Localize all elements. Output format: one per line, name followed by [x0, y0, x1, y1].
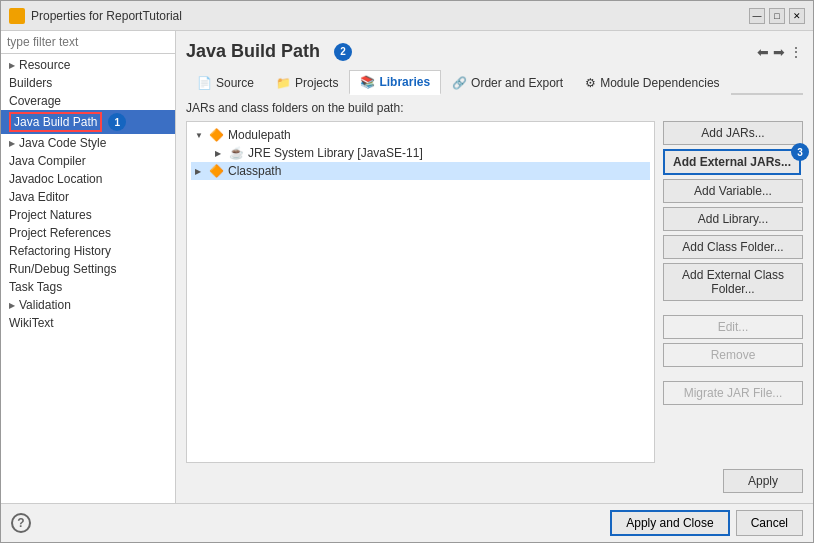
tab-source-label: Source	[216, 76, 254, 90]
tree-container[interactable]: ▼ 🔶 Modulepath ▶ ☕ JRE System Library [J…	[186, 121, 655, 463]
order-export-tab-icon: 🔗	[452, 76, 467, 90]
tree-item-modulepath[interactable]: ▼ 🔶 Modulepath	[191, 126, 650, 144]
sidebar-item-java-code-style[interactable]: Java Code Style	[1, 134, 175, 152]
add-jars-button[interactable]: Add JARs...	[663, 121, 803, 145]
sidebar-item-task-tags[interactable]: Task Tags	[1, 278, 175, 296]
migrate-jar-file-button[interactable]: Migrate JAR File...	[663, 381, 803, 405]
add-external-class-folder-button[interactable]: Add External Class Folder...	[663, 263, 803, 301]
tab-module-dependencies-label: Module Dependencies	[600, 76, 719, 90]
jars-label: JARs and class folders on the build path…	[186, 101, 803, 115]
nav-list: Resource Builders Coverage Java Build Pa…	[1, 54, 175, 503]
tree-item-jre[interactable]: ▶ ☕ JRE System Library [JavaSE-11]	[211, 144, 650, 162]
sidebar-item-run-debug-settings[interactable]: Run/Debug Settings	[1, 260, 175, 278]
modulepath-icon: 🔶	[209, 128, 224, 142]
tabs-bar: 📄 Source 📁 Projects 📚 Libraries 🔗 Order …	[186, 70, 803, 95]
tab-module-dependencies[interactable]: ⚙ Module Dependencies	[574, 70, 730, 95]
jre-label: JRE System Library [JavaSE-11]	[248, 146, 423, 160]
sidebar-item-java-compiler[interactable]: Java Compiler	[1, 152, 175, 170]
properties-window: Properties for ReportTutorial — □ ✕ Reso…	[0, 0, 814, 543]
step-badge-1: 1	[108, 113, 126, 131]
panel-title: Java Build Path	[186, 41, 320, 62]
tree-item-classpath[interactable]: ▶ 🔶 Classpath	[191, 162, 650, 180]
build-path-area: ▼ 🔶 Modulepath ▶ ☕ JRE System Library [J…	[186, 121, 803, 463]
java-build-path-label: Java Build Path	[9, 112, 102, 132]
sidebar: Resource Builders Coverage Java Build Pa…	[1, 31, 176, 503]
panel-header: Java Build Path 2 ⬅ ➡ ⋮	[186, 41, 803, 62]
main-content: Resource Builders Coverage Java Build Pa…	[1, 31, 813, 503]
sidebar-item-java-editor[interactable]: Java Editor	[1, 188, 175, 206]
bottom-bar: ? Apply and Close Cancel	[1, 503, 813, 542]
help-button[interactable]: ?	[11, 513, 31, 533]
bottom-right-buttons: Apply and Close Cancel	[610, 510, 803, 536]
tab-libraries[interactable]: 📚 Libraries	[349, 70, 441, 95]
sidebar-item-resource[interactable]: Resource	[1, 56, 175, 74]
jre-expand-icon: ▶	[215, 149, 225, 158]
back-button[interactable]: ⬅	[757, 44, 769, 60]
step-badge-3: 3	[791, 143, 809, 161]
sidebar-item-refactoring-history[interactable]: Refactoring History	[1, 242, 175, 260]
add-library-button[interactable]: Add Library...	[663, 207, 803, 231]
tab-order-export[interactable]: 🔗 Order and Export	[441, 70, 574, 95]
window-title: Properties for ReportTutorial	[31, 9, 749, 23]
close-button[interactable]: ✕	[789, 8, 805, 24]
forward-button[interactable]: ➡	[773, 44, 785, 60]
menu-button[interactable]: ⋮	[789, 44, 803, 60]
projects-tab-icon: 📁	[276, 76, 291, 90]
buttons-panel: Add JARs... Add External JARs... 3 Add V…	[663, 121, 803, 463]
add-variable-button[interactable]: Add Variable...	[663, 179, 803, 203]
source-tab-icon: 📄	[197, 76, 212, 90]
remove-button[interactable]: Remove	[663, 343, 803, 367]
minimize-button[interactable]: —	[749, 8, 765, 24]
jre-icon: ☕	[229, 146, 244, 160]
add-external-jars-button[interactable]: Add External JARs...	[663, 149, 801, 175]
apply-button[interactable]: Apply	[723, 469, 803, 493]
tab-order-export-label: Order and Export	[471, 76, 563, 90]
step-badge-2: 2	[334, 43, 352, 61]
window-controls: — □ ✕	[749, 8, 805, 24]
add-class-folder-button[interactable]: Add Class Folder...	[663, 235, 803, 259]
right-panel: Java Build Path 2 ⬅ ➡ ⋮ 📄 Source 📁 Proje…	[176, 31, 813, 503]
module-dependencies-tab-icon: ⚙	[585, 76, 596, 90]
apply-close-button[interactable]: Apply and Close	[610, 510, 729, 536]
maximize-button[interactable]: □	[769, 8, 785, 24]
panel-header-right: ⬅ ➡ ⋮	[352, 44, 803, 60]
modulepath-expand-icon: ▼	[195, 131, 205, 140]
window-icon	[9, 8, 25, 24]
edit-button[interactable]: Edit...	[663, 315, 803, 339]
modulepath-label: Modulepath	[228, 128, 291, 142]
libraries-tab-icon: 📚	[360, 75, 375, 89]
sidebar-item-project-references[interactable]: Project References	[1, 224, 175, 242]
filter-input[interactable]	[1, 31, 175, 54]
sidebar-item-javadoc-location[interactable]: Javadoc Location	[1, 170, 175, 188]
sidebar-item-coverage[interactable]: Coverage	[1, 92, 175, 110]
tab-source[interactable]: 📄 Source	[186, 70, 265, 95]
sidebar-item-project-natures[interactable]: Project Natures	[1, 206, 175, 224]
title-bar: Properties for ReportTutorial — □ ✕	[1, 1, 813, 31]
classpath-label: Classpath	[228, 164, 281, 178]
sidebar-item-builders[interactable]: Builders	[1, 74, 175, 92]
sidebar-item-java-build-path[interactable]: Java Build Path 1	[1, 110, 175, 134]
classpath-expand-icon: ▶	[195, 167, 205, 176]
classpath-icon: 🔶	[209, 164, 224, 178]
tab-projects-label: Projects	[295, 76, 338, 90]
sidebar-item-wikitext[interactable]: WikiText	[1, 314, 175, 332]
tab-projects[interactable]: 📁 Projects	[265, 70, 349, 95]
sidebar-item-validation[interactable]: Validation	[1, 296, 175, 314]
tab-libraries-label: Libraries	[379, 75, 430, 89]
cancel-button[interactable]: Cancel	[736, 510, 803, 536]
